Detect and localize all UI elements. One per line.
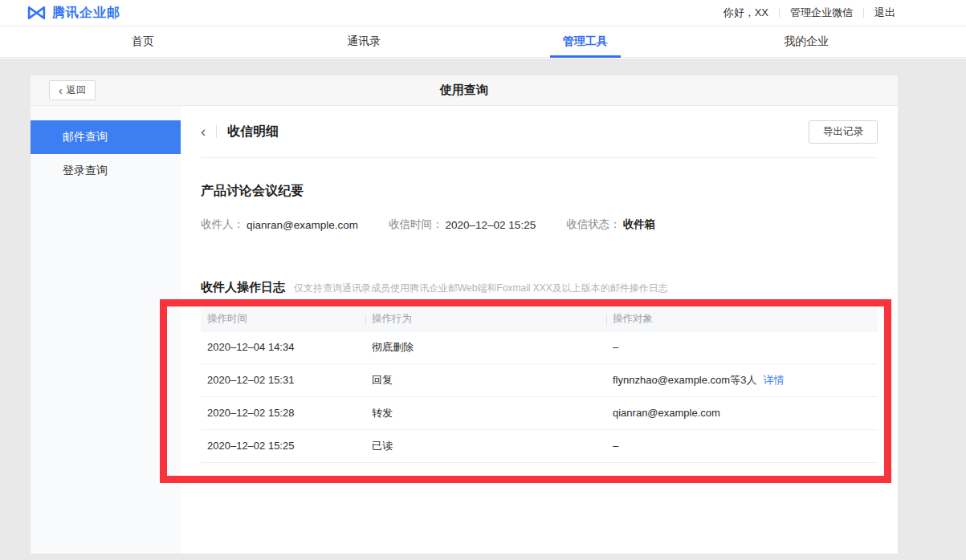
meta-value: qianran@example.com bbox=[247, 219, 358, 231]
cell-operation-target: – bbox=[606, 331, 878, 363]
target-text: flynnzhao@example.com等3人 bbox=[613, 374, 756, 386]
meta-receive-status: 收信状态： 收件箱 bbox=[566, 217, 655, 232]
cell-operation-time: 2020–12–04 14:34 bbox=[201, 331, 365, 363]
cell-operation-time: 2020–12–02 15:31 bbox=[201, 363, 365, 396]
detail-back-icon[interactable]: ‹ bbox=[201, 124, 206, 140]
cell-operation-action: 回复 bbox=[365, 363, 606, 396]
meta-label: 收信时间： bbox=[389, 217, 443, 232]
meta-receive-time: 收信时间： 2020–12–02 15:25 bbox=[389, 217, 536, 232]
main-content: ‹ 收信明细 导出记录 产品讨论会议纪要 收件人： qianran@exampl… bbox=[181, 106, 898, 554]
header-row: 操作时间 操作行为 操作对象 bbox=[201, 308, 878, 331]
tab-my-company[interactable]: 我的企业 bbox=[696, 26, 918, 57]
tab-contacts[interactable]: 通讯录 bbox=[254, 26, 475, 57]
logout-link[interactable]: 退出 bbox=[874, 6, 895, 20]
top-bar-right: 你好，XX 管理企业微信 退出 bbox=[723, 6, 895, 20]
detail-title: 收信明细 bbox=[227, 124, 279, 140]
usage-query-titlebar: ‹ 返回 使用查询 bbox=[31, 75, 898, 106]
panel-body: 邮件查询 登录查询 ‹ 收信明细 导出记录 产品讨论会议纪要 收件人： qian… bbox=[31, 106, 898, 554]
sidebar-item-login-query[interactable]: 登录查询 bbox=[31, 154, 181, 188]
table-row: 2020–12–02 15:25 已读 – bbox=[201, 429, 878, 462]
log-table-head: 操作时间 操作行为 操作对象 bbox=[201, 308, 878, 331]
brand-logo: 腾讯企业邮 bbox=[26, 5, 120, 22]
log-table-body: 2020–12–04 14:34 彻底删除 – 2020–12–02 15:31… bbox=[201, 331, 878, 462]
divider bbox=[863, 8, 864, 18]
cell-operation-target: – bbox=[606, 429, 878, 462]
target-text: – bbox=[613, 341, 618, 353]
target-text: – bbox=[613, 440, 618, 452]
meta-label: 收件人： bbox=[201, 217, 244, 232]
cell-operation-time: 2020–12–02 15:25 bbox=[201, 429, 365, 462]
cell-operation-time: 2020–12–02 15:28 bbox=[201, 396, 365, 429]
log-section-title: 收件人操作日志 bbox=[201, 280, 285, 295]
meta-value: 2020–12–02 15:25 bbox=[446, 219, 536, 231]
cell-operation-target: flynnzhao@example.com等3人详情 bbox=[606, 363, 878, 396]
col-header-action: 操作行为 bbox=[365, 308, 606, 331]
user-greeting: 你好，XX bbox=[723, 6, 768, 20]
tab-home[interactable]: 首页 bbox=[32, 26, 254, 57]
log-section-header: 收件人操作日志 仅支持查询通讯录成员使用腾讯企业邮Web端和Foxmail XX… bbox=[201, 280, 878, 295]
cell-operation-target: qianran@example.com bbox=[606, 396, 878, 429]
table-row: 2020–12–02 15:28 转发 qianran@example.com bbox=[201, 396, 878, 429]
col-header-time: 操作时间 bbox=[201, 308, 365, 331]
chevron-left-icon: ‹ bbox=[59, 85, 63, 96]
top-bar: 腾讯企业邮 你好，XX 管理企业微信 退出 bbox=[0, 0, 966, 26]
table-row: 2020–12–02 15:31 回复 flynnzhao@example.co… bbox=[201, 363, 878, 396]
divider bbox=[216, 125, 217, 138]
divider bbox=[779, 8, 780, 18]
table-row: 2020–12–04 14:34 彻底删除 – bbox=[201, 331, 878, 363]
page: 腾讯企业邮 你好，XX 管理企业微信 退出 首页 通讯录 管理工具 我的企业 ‹… bbox=[0, 0, 966, 560]
cell-operation-action: 已读 bbox=[365, 429, 606, 462]
sidebar-item-mail-query[interactable]: 邮件查询 bbox=[31, 120, 181, 154]
mail-subject: 产品讨论会议纪要 bbox=[201, 183, 878, 200]
cell-operation-action: 转发 bbox=[365, 396, 606, 429]
meta-recipient: 收件人： qianran@example.com bbox=[201, 217, 358, 232]
export-records-button[interactable]: 导出记录 bbox=[809, 120, 878, 144]
col-header-target: 操作对象 bbox=[606, 308, 878, 331]
manage-wework-link[interactable]: 管理企业微信 bbox=[790, 6, 853, 20]
tab-admin-tools[interactable]: 管理工具 bbox=[475, 26, 696, 57]
page-title: 使用查询 bbox=[31, 83, 898, 98]
target-text: qianran@example.com bbox=[613, 407, 720, 419]
mail-meta-row: 收件人： qianran@example.com 收信时间： 2020–12–0… bbox=[201, 217, 878, 232]
meta-label: 收信状态： bbox=[566, 217, 621, 232]
back-button[interactable]: ‹ 返回 bbox=[49, 80, 96, 100]
cell-operation-action: 彻底删除 bbox=[365, 331, 606, 363]
log-section-note: 仅支持查询通讯录成员使用腾讯企业邮Web端和Foxmail XXX及以上版本的邮… bbox=[294, 282, 668, 295]
sidebar: 邮件查询 登录查询 bbox=[31, 106, 181, 554]
exmail-logo-icon bbox=[26, 6, 47, 20]
operation-log-table: 操作时间 操作行为 操作对象 2020–12–04 14:34 彻底删除 bbox=[201, 308, 878, 463]
back-button-label: 返回 bbox=[67, 83, 86, 97]
main-nav: 首页 通讯录 管理工具 我的企业 bbox=[0, 26, 966, 58]
content-panel: ‹ 返回 使用查询 邮件查询 登录查询 ‹ 收信明细 导出记录 产品讨论会议纪要 bbox=[31, 75, 898, 554]
detail-header: ‹ 收信明细 导出记录 bbox=[201, 106, 878, 158]
detail-link[interactable]: 详情 bbox=[763, 374, 784, 386]
meta-value: 收件箱 bbox=[623, 217, 656, 232]
brand-name: 腾讯企业邮 bbox=[52, 5, 120, 22]
